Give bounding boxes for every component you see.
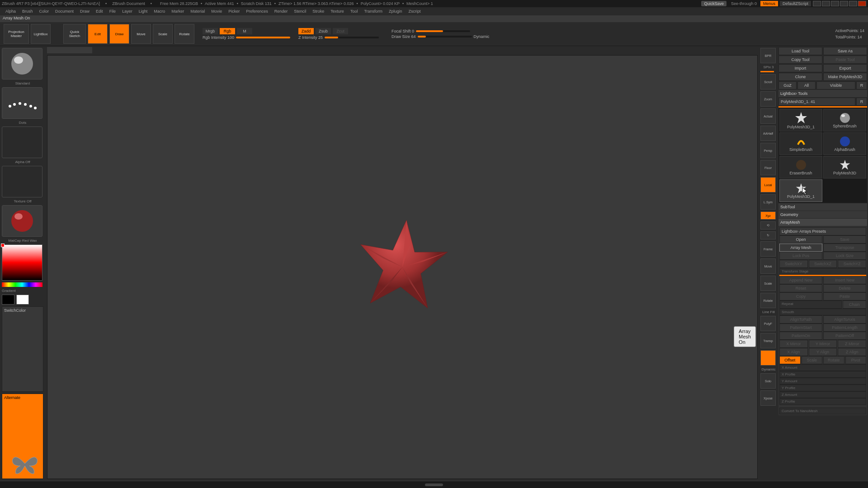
locksize-button[interactable]: Lock Size (823, 252, 866, 260)
hue-strip[interactable] (2, 282, 42, 287)
offset-button[interactable]: Offset (779, 356, 801, 364)
spix-slider[interactable] (760, 71, 774, 72)
menu-tool[interactable]: Tool (348, 8, 361, 14)
tool-eraserbrush[interactable]: EraserBrush (779, 156, 822, 178)
home-icon[interactable] (822, 1, 830, 6)
focal-shift-slider[interactable] (416, 30, 470, 32)
lightbox-button[interactable]: LightBox (31, 24, 51, 44)
persp-button[interactable]: Persp (760, 143, 776, 158)
color-picker[interactable] (2, 244, 42, 281)
ghost-button[interactable] (760, 350, 776, 366)
maximize-icon[interactable] (849, 1, 857, 6)
rotate-button-2[interactable]: Rotate (823, 356, 844, 364)
lockpos-button[interactable]: Lock Pos (779, 252, 822, 260)
minimize-icon[interactable] (840, 1, 848, 6)
menu-render[interactable]: Render (272, 8, 291, 14)
paste-button[interactable]: Paste (823, 292, 866, 300)
frame-button[interactable]: Frame (760, 241, 776, 257)
actual-button[interactable]: Actual (760, 108, 776, 124)
draw-button[interactable]: Draw (109, 24, 129, 44)
delete-button[interactable]: Delete (823, 284, 866, 292)
browser-icon[interactable] (813, 1, 821, 6)
transp-button[interactable]: Transp (760, 333, 776, 348)
save-as-button[interactable]: Save As (823, 47, 867, 55)
menu-brush[interactable]: Brush (19, 8, 36, 14)
save-button[interactable]: Save (823, 235, 866, 244)
transpose-button[interactable]: Transpose (823, 244, 866, 252)
scale-button-2[interactable]: Scale (802, 356, 823, 364)
nav-scale-button[interactable]: Scale (760, 276, 776, 291)
zmirror-button[interactable]: Z Mirror (838, 340, 866, 348)
xpose-button[interactable]: Xpose (760, 390, 776, 406)
copy-tool-button[interactable]: Copy Tool (778, 56, 822, 64)
color-main-swatch[interactable] (2, 295, 14, 305)
appendnew-button[interactable]: Append New (779, 276, 822, 284)
rot-mode-1[interactable]: ⟲ (760, 221, 776, 230)
menu-texture[interactable]: Texture (328, 8, 347, 14)
xalign-button[interactable]: X Align (779, 348, 808, 356)
array-mesh-button[interactable]: Array Mesh (779, 244, 822, 252)
quicksave-button[interactable]: QuickSave (701, 1, 726, 6)
defaultscript-button[interactable]: DefaultZScript (780, 1, 811, 6)
zprofile-label[interactable]: Z Profile (779, 398, 866, 405)
load-tool-button[interactable]: Load Tool (778, 47, 822, 55)
m-toggle[interactable]: M (237, 28, 252, 34)
aahalf-button[interactable]: AAHalf (760, 126, 776, 141)
gradient-label[interactable]: Gradient (2, 289, 43, 293)
menu-light[interactable]: Light (136, 8, 151, 14)
stroke-dots[interactable] (2, 87, 42, 119)
xprofile-label[interactable]: X Profile (779, 371, 866, 378)
tool-polymesh3d[interactable]: PolyMesh3D (823, 156, 866, 178)
alpha-slot[interactable] (2, 127, 42, 158)
patternoff-button[interactable]: PatternOff (823, 332, 866, 340)
color-secondary-swatch[interactable] (16, 295, 29, 305)
patternstart-button[interactable]: PatternStart (779, 324, 822, 332)
xmirror-button[interactable]: X Mirror (779, 340, 808, 348)
menu-material[interactable]: Material (188, 8, 208, 14)
bpr-button[interactable]: BPR (760, 48, 776, 63)
subtool-header[interactable]: SubTool (778, 203, 867, 211)
menu-color[interactable]: Color (37, 8, 52, 14)
pivot-button[interactable]: Pivot (845, 356, 867, 364)
reset-button[interactable]: Reset (779, 284, 822, 292)
clone-button[interactable]: Clone (778, 73, 822, 81)
chain-button[interactable]: Chain (843, 300, 867, 309)
yamount-label[interactable]: Y Amount (779, 378, 866, 385)
local-button[interactable]: Local (760, 177, 776, 192)
polyf-button[interactable]: PolyF (760, 316, 776, 331)
patternlength-button[interactable]: PatternLength (823, 324, 866, 332)
menu-marker[interactable]: Marker (169, 8, 187, 14)
lsym-button[interactable]: L.Sym (760, 194, 776, 210)
zsub-toggle[interactable]: Zsub (316, 28, 331, 34)
geometry-header[interactable]: Geometry (778, 211, 867, 218)
projection-master-button[interactable]: Projection Master (4, 24, 29, 44)
repeat-label[interactable]: Repeat (779, 300, 842, 309)
r-button[interactable]: R (856, 81, 867, 89)
transform-stage-label[interactable]: Transform Stage (779, 268, 866, 275)
visible-button[interactable]: Visible (816, 81, 855, 89)
zamount-label[interactable]: Z Amount (779, 391, 866, 398)
menu-zscript[interactable]: Zscript (406, 8, 424, 14)
zoom-button[interactable]: Zoom (760, 91, 776, 107)
import-button[interactable]: Import (778, 64, 822, 72)
all-button[interactable]: All (797, 81, 816, 89)
r-button-2[interactable]: R (856, 98, 867, 106)
nav-rotate-button[interactable]: Rotate (760, 293, 776, 308)
yprofile-label[interactable]: Y Profile (779, 385, 866, 391)
menu-zplugin[interactable]: Zplugin (386, 8, 405, 14)
dynamic-label[interactable]: Dynamic (474, 34, 490, 39)
yalign-button[interactable]: Y Align (809, 348, 837, 356)
solo-button[interactable]: Solo (760, 373, 776, 389)
export-button[interactable]: Export (823, 64, 867, 72)
canvas[interactable] (47, 55, 758, 479)
copy-button[interactable]: Copy (779, 292, 822, 300)
close-icon[interactable] (858, 1, 866, 6)
convert-label[interactable]: Convert To NanoMesh (779, 408, 866, 414)
switchyz-button[interactable]: SwitchYZ (838, 260, 866, 268)
tool-polymesh3d-1b[interactable]: PolyMesh3D_1 (779, 179, 822, 202)
tool-slider[interactable] (778, 106, 867, 108)
menu-picker[interactable]: Picker (226, 8, 242, 14)
rgb-intensity-slider[interactable] (236, 37, 290, 38)
tool-simplebrush[interactable]: SimpleBrush (779, 132, 822, 155)
texture-slot[interactable] (2, 166, 42, 197)
